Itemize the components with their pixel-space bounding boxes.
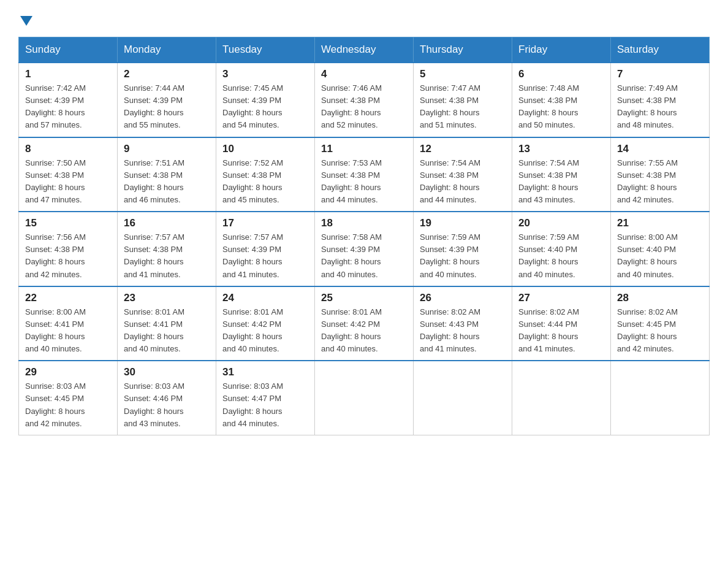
calendar-cell: 27 Sunrise: 8:02 AM Sunset: 4:44 PM Dayl…	[512, 286, 611, 361]
day-info: Sunrise: 7:48 AM Sunset: 4:38 PM Dayligh…	[518, 82, 604, 132]
calendar-cell: 15 Sunrise: 7:56 AM Sunset: 4:38 PM Dayl…	[19, 212, 118, 286]
calendar-table: SundayMondayTuesdayWednesdayThursdayFrid…	[18, 37, 710, 435]
day-number: 15	[25, 217, 111, 229]
logo-triangle-icon	[20, 16, 32, 26]
day-number: 22	[25, 292, 111, 304]
day-info: Sunrise: 8:03 AM Sunset: 4:45 PM Dayligh…	[25, 380, 111, 430]
day-number: 14	[617, 143, 703, 155]
day-number: 6	[518, 68, 604, 80]
day-number: 7	[617, 68, 703, 80]
calendar-cell: 13 Sunrise: 7:54 AM Sunset: 4:38 PM Dayl…	[512, 137, 611, 212]
day-info: Sunrise: 7:54 AM Sunset: 4:38 PM Dayligh…	[420, 157, 506, 207]
day-number: 30	[124, 366, 210, 378]
column-header-friday: Friday	[512, 37, 611, 63]
column-header-sunday: Sunday	[19, 37, 118, 63]
calendar-cell: 28 Sunrise: 8:02 AM Sunset: 4:45 PM Dayl…	[611, 286, 710, 361]
day-info: Sunrise: 8:03 AM Sunset: 4:47 PM Dayligh…	[222, 380, 308, 430]
calendar-week-row: 29 Sunrise: 8:03 AM Sunset: 4:45 PM Dayl…	[19, 361, 710, 435]
day-number: 4	[321, 68, 407, 80]
day-info: Sunrise: 7:57 AM Sunset: 4:38 PM Dayligh…	[124, 231, 210, 281]
calendar-cell: 3 Sunrise: 7:45 AM Sunset: 4:39 PM Dayli…	[216, 63, 315, 137]
calendar-cell: 4 Sunrise: 7:46 AM Sunset: 4:38 PM Dayli…	[315, 63, 414, 137]
calendar-cell	[611, 361, 710, 435]
calendar-cell: 30 Sunrise: 8:03 AM Sunset: 4:46 PM Dayl…	[118, 361, 216, 435]
column-header-tuesday: Tuesday	[216, 37, 315, 63]
day-info: Sunrise: 8:02 AM Sunset: 4:43 PM Dayligh…	[420, 306, 506, 356]
day-info: Sunrise: 8:03 AM Sunset: 4:46 PM Dayligh…	[124, 380, 210, 430]
day-number: 21	[617, 217, 703, 229]
day-number: 2	[124, 68, 210, 80]
day-number: 1	[25, 68, 111, 80]
calendar-cell: 22 Sunrise: 8:00 AM Sunset: 4:41 PM Dayl…	[19, 286, 118, 361]
day-number: 3	[222, 68, 308, 80]
day-number: 20	[518, 217, 604, 229]
day-number: 8	[25, 143, 111, 155]
day-number: 10	[222, 143, 308, 155]
day-number: 11	[321, 143, 407, 155]
calendar-week-row: 15 Sunrise: 7:56 AM Sunset: 4:38 PM Dayl…	[19, 212, 710, 286]
logo	[18, 12, 32, 25]
day-info: Sunrise: 8:01 AM Sunset: 4:42 PM Dayligh…	[321, 306, 407, 356]
calendar-cell: 21 Sunrise: 8:00 AM Sunset: 4:40 PM Dayl…	[611, 212, 710, 286]
day-number: 18	[321, 217, 407, 229]
calendar-cell	[512, 361, 611, 435]
calendar-cell: 16 Sunrise: 7:57 AM Sunset: 4:38 PM Dayl…	[118, 212, 216, 286]
column-header-wednesday: Wednesday	[315, 37, 414, 63]
day-info: Sunrise: 7:52 AM Sunset: 4:38 PM Dayligh…	[222, 157, 308, 207]
calendar-cell: 31 Sunrise: 8:03 AM Sunset: 4:47 PM Dayl…	[216, 361, 315, 435]
calendar-cell: 26 Sunrise: 8:02 AM Sunset: 4:43 PM Dayl…	[414, 286, 512, 361]
day-number: 23	[124, 292, 210, 304]
calendar-cell: 14 Sunrise: 7:55 AM Sunset: 4:38 PM Dayl…	[611, 137, 710, 212]
day-info: Sunrise: 7:51 AM Sunset: 4:38 PM Dayligh…	[124, 157, 210, 207]
day-info: Sunrise: 7:50 AM Sunset: 4:38 PM Dayligh…	[25, 157, 111, 207]
day-info: Sunrise: 7:42 AM Sunset: 4:39 PM Dayligh…	[25, 82, 111, 132]
day-info: Sunrise: 7:57 AM Sunset: 4:39 PM Dayligh…	[222, 231, 308, 281]
calendar-cell: 10 Sunrise: 7:52 AM Sunset: 4:38 PM Dayl…	[216, 137, 315, 212]
calendar-cell: 17 Sunrise: 7:57 AM Sunset: 4:39 PM Dayl…	[216, 212, 315, 286]
day-info: Sunrise: 7:49 AM Sunset: 4:38 PM Dayligh…	[617, 82, 703, 132]
calendar-week-row: 8 Sunrise: 7:50 AM Sunset: 4:38 PM Dayli…	[19, 137, 710, 212]
day-number: 19	[420, 217, 506, 229]
day-info: Sunrise: 7:47 AM Sunset: 4:38 PM Dayligh…	[420, 82, 506, 132]
calendar-cell: 19 Sunrise: 7:59 AM Sunset: 4:39 PM Dayl…	[414, 212, 512, 286]
calendar-cell: 20 Sunrise: 7:59 AM Sunset: 4:40 PM Dayl…	[512, 212, 611, 286]
calendar-cell	[315, 361, 414, 435]
day-number: 28	[617, 292, 703, 304]
day-info: Sunrise: 7:58 AM Sunset: 4:39 PM Dayligh…	[321, 231, 407, 281]
day-info: Sunrise: 8:01 AM Sunset: 4:42 PM Dayligh…	[222, 306, 308, 356]
day-number: 5	[420, 68, 506, 80]
calendar-cell: 29 Sunrise: 8:03 AM Sunset: 4:45 PM Dayl…	[19, 361, 118, 435]
calendar-cell: 23 Sunrise: 8:01 AM Sunset: 4:41 PM Dayl…	[118, 286, 216, 361]
calendar-cell: 8 Sunrise: 7:50 AM Sunset: 4:38 PM Dayli…	[19, 137, 118, 212]
day-number: 9	[124, 143, 210, 155]
calendar-cell: 9 Sunrise: 7:51 AM Sunset: 4:38 PM Dayli…	[118, 137, 216, 212]
day-info: Sunrise: 7:59 AM Sunset: 4:40 PM Dayligh…	[518, 231, 604, 281]
day-info: Sunrise: 7:45 AM Sunset: 4:39 PM Dayligh…	[222, 82, 308, 132]
calendar-cell	[414, 361, 512, 435]
calendar-cell: 7 Sunrise: 7:49 AM Sunset: 4:38 PM Dayli…	[611, 63, 710, 137]
day-info: Sunrise: 7:44 AM Sunset: 4:39 PM Dayligh…	[124, 82, 210, 132]
day-number: 31	[222, 366, 308, 378]
day-info: Sunrise: 8:01 AM Sunset: 4:41 PM Dayligh…	[124, 306, 210, 356]
calendar-cell: 1 Sunrise: 7:42 AM Sunset: 4:39 PM Dayli…	[19, 63, 118, 137]
day-info: Sunrise: 7:46 AM Sunset: 4:38 PM Dayligh…	[321, 82, 407, 132]
column-header-saturday: Saturday	[611, 37, 710, 63]
calendar-cell: 5 Sunrise: 7:47 AM Sunset: 4:38 PM Dayli…	[414, 63, 512, 137]
day-info: Sunrise: 7:59 AM Sunset: 4:39 PM Dayligh…	[420, 231, 506, 281]
day-info: Sunrise: 8:02 AM Sunset: 4:44 PM Dayligh…	[518, 306, 604, 356]
calendar-cell: 2 Sunrise: 7:44 AM Sunset: 4:39 PM Dayli…	[118, 63, 216, 137]
day-info: Sunrise: 8:00 AM Sunset: 4:40 PM Dayligh…	[617, 231, 703, 281]
column-header-thursday: Thursday	[414, 37, 512, 63]
day-number: 25	[321, 292, 407, 304]
calendar-cell: 24 Sunrise: 8:01 AM Sunset: 4:42 PM Dayl…	[216, 286, 315, 361]
day-info: Sunrise: 8:00 AM Sunset: 4:41 PM Dayligh…	[25, 306, 111, 356]
day-number: 26	[420, 292, 506, 304]
calendar-week-row: 22 Sunrise: 8:00 AM Sunset: 4:41 PM Dayl…	[19, 286, 710, 361]
column-header-monday: Monday	[118, 37, 216, 63]
day-number: 12	[420, 143, 506, 155]
day-number: 24	[222, 292, 308, 304]
day-number: 16	[124, 217, 210, 229]
day-number: 27	[518, 292, 604, 304]
day-info: Sunrise: 7:53 AM Sunset: 4:38 PM Dayligh…	[321, 157, 407, 207]
day-number: 29	[25, 366, 111, 378]
